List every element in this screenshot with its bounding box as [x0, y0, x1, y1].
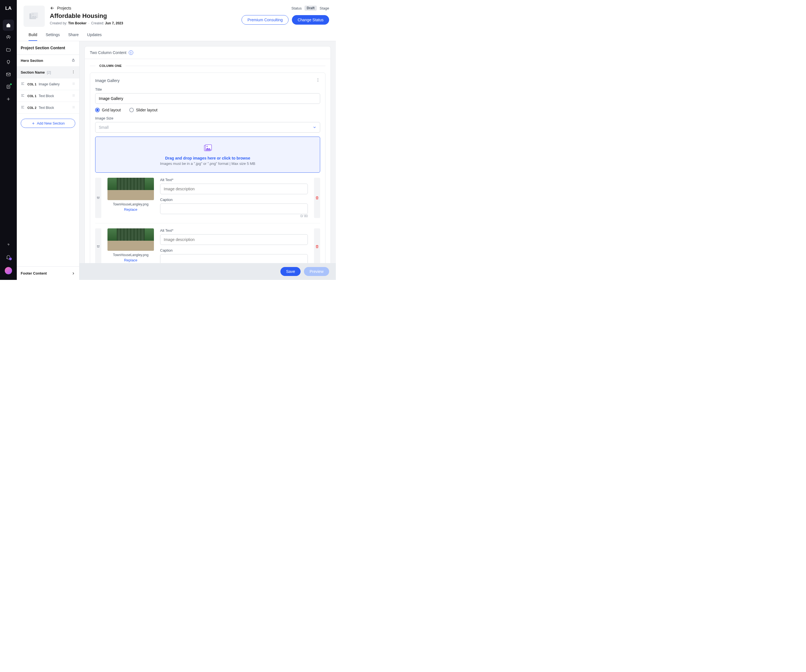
stage-label: Stage: [320, 6, 329, 10]
sidebar: LA: [0, 0, 17, 280]
section-panel: Project Section Content Hero Section Sec…: [17, 41, 79, 280]
section-item[interactable]: COL 1 Text Block: [17, 90, 79, 102]
svg-point-27: [318, 78, 318, 79]
tab-settings[interactable]: Settings: [46, 33, 60, 41]
nav-folder-icon[interactable]: [3, 44, 14, 55]
bottom-bar: Save Preview: [79, 263, 336, 280]
svg-point-29: [318, 81, 318, 82]
title-label: Title: [95, 88, 320, 91]
add-section-button[interactable]: Add New Section: [21, 119, 75, 128]
section-hero[interactable]: Hero Section: [17, 55, 79, 67]
svg-point-9: [73, 83, 73, 83]
svg-point-21: [73, 106, 73, 107]
avatar[interactable]: [5, 267, 12, 274]
svg-point-13: [73, 84, 73, 85]
svg-point-28: [318, 80, 318, 80]
widget-title: Image Gallery: [95, 78, 119, 83]
grip-icon[interactable]: [72, 106, 75, 110]
chevron-down-icon: [312, 125, 317, 129]
alt-text-input[interactable]: [160, 234, 308, 245]
align-icon: [21, 105, 25, 110]
arrow-left-icon: [50, 6, 55, 11]
svg-point-14: [74, 84, 74, 85]
dropzone[interactable]: Drag and drop images here or click to br…: [95, 137, 320, 173]
caption-input[interactable]: [160, 203, 308, 214]
image-preview: [107, 228, 154, 251]
image-size-select[interactable]: Small: [95, 122, 320, 133]
image-item: TownHouseLangley.png Replace Alt Text* C…: [95, 173, 320, 223]
svg-point-26: [74, 108, 74, 108]
change-status-button[interactable]: Change Status: [292, 15, 329, 25]
nav-notifications-icon[interactable]: [3, 252, 14, 263]
alt-text-input[interactable]: [160, 183, 308, 194]
premium-button[interactable]: Premium Consulting: [241, 15, 289, 25]
project-meta: Created by: Tim Booker · Created: Jun 7,…: [50, 21, 241, 25]
nav-dashboard-icon[interactable]: [3, 32, 14, 43]
radio-grid[interactable]: Grid layout: [95, 108, 121, 112]
logo: LA: [5, 6, 12, 11]
info-icon[interactable]: i: [129, 50, 133, 55]
svg-point-4: [33, 13, 34, 15]
plus-icon: [31, 122, 35, 125]
panel-title: Project Section Content: [17, 41, 79, 55]
footer-content-row[interactable]: Footer Content: [17, 266, 79, 280]
svg-point-20: [74, 96, 74, 97]
breadcrumb[interactable]: Projects: [50, 6, 241, 11]
svg-rect-5: [73, 60, 74, 61]
preview-button[interactable]: Preview: [304, 267, 329, 276]
radio-slider[interactable]: Slider layout: [129, 108, 158, 112]
content-area: Two Column Content i COLUMN ONE Image Ga…: [79, 41, 336, 280]
svg-point-8: [73, 73, 74, 73]
svg-point-18: [74, 95, 74, 96]
section-item[interactable]: COL 1 Image Gallery: [17, 78, 79, 90]
save-button[interactable]: Save: [281, 267, 301, 276]
svg-point-32: [206, 146, 208, 147]
tab-build[interactable]: Build: [28, 33, 37, 41]
status-badge: Draft: [304, 6, 317, 11]
more-icon[interactable]: [71, 70, 75, 75]
delete-button[interactable]: [314, 228, 320, 265]
nav-mail-icon[interactable]: [3, 69, 14, 80]
char-counter: 0/ 80: [160, 214, 308, 218]
svg-point-24: [74, 107, 74, 107]
nav-tasks-icon[interactable]: [3, 81, 14, 92]
svg-point-6: [73, 71, 74, 71]
svg-point-17: [73, 95, 73, 96]
section-name[interactable]: Section Name [2]: [17, 67, 79, 78]
replace-link[interactable]: Replace: [107, 258, 154, 262]
align-icon: [21, 94, 25, 98]
badge-dot: [10, 83, 12, 85]
svg-point-10: [74, 83, 74, 83]
image-preview: [107, 178, 154, 200]
svg-point-19: [73, 96, 73, 97]
status-row: Status Draft Stage: [291, 6, 329, 11]
status-label: Status: [291, 6, 302, 10]
tab-updates[interactable]: Updates: [87, 33, 102, 41]
nav-ideas-icon[interactable]: [3, 56, 14, 68]
nav-help-icon[interactable]: [3, 239, 14, 251]
svg-point-15: [73, 94, 73, 95]
title-input[interactable]: [95, 93, 320, 104]
reorder-handle[interactable]: [95, 228, 101, 265]
svg-point-25: [73, 108, 73, 108]
svg-point-11: [73, 83, 73, 84]
tab-share[interactable]: Share: [68, 33, 79, 41]
svg-point-12: [74, 83, 74, 84]
svg-point-16: [74, 94, 74, 95]
nav-add-icon[interactable]: [3, 94, 14, 105]
section-item[interactable]: COL 2 Text Block: [17, 102, 79, 114]
chevron-right-icon: [71, 271, 75, 276]
delete-button[interactable]: [314, 178, 320, 218]
reorder-handle[interactable]: [95, 178, 101, 218]
replace-link[interactable]: Replace: [107, 207, 154, 211]
widget-more-icon[interactable]: [315, 78, 320, 83]
column-label: COLUMN ONE: [99, 64, 122, 68]
grip-icon[interactable]: [72, 94, 75, 98]
nav-home-icon[interactable]: [3, 20, 14, 31]
grip-icon[interactable]: [72, 82, 75, 86]
image-upload-icon: [203, 144, 212, 152]
align-icon: [21, 82, 25, 86]
image-size-label: Image Size: [95, 116, 320, 121]
page-title: Affordable Housing: [50, 12, 241, 20]
svg-point-7: [73, 72, 74, 72]
